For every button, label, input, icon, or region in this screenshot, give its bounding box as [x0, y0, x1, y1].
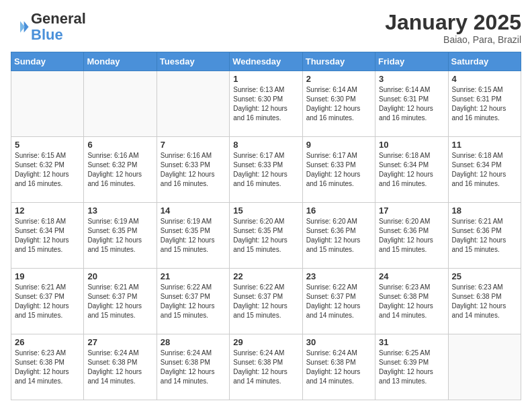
calendar-cell: 2Sunrise: 6:14 AM Sunset: 6:30 PM Daylig… — [302, 71, 375, 137]
day-number: 31 — [379, 337, 444, 347]
day-number: 2 — [306, 74, 371, 84]
calendar-cell: 31Sunrise: 6:25 AM Sunset: 6:39 PM Dayli… — [375, 334, 448, 400]
calendar-cell — [448, 334, 521, 400]
calendar-week-3: 12Sunrise: 6:18 AM Sunset: 6:34 PM Dayli… — [11, 203, 521, 269]
logo: General Blue — [11, 11, 86, 43]
day-info: Sunrise: 6:21 AM Sunset: 6:37 PM Dayligh… — [15, 283, 80, 320]
day-info: Sunrise: 6:20 AM Sunset: 6:36 PM Dayligh… — [379, 217, 444, 255]
day-number: 13 — [87, 205, 152, 216]
calendar-cell: 21Sunrise: 6:22 AM Sunset: 6:37 PM Dayli… — [157, 269, 229, 334]
day-info: Sunrise: 6:15 AM Sunset: 6:32 PM Dayligh… — [15, 151, 80, 189]
day-info: Sunrise: 6:24 AM Sunset: 6:38 PM Dayligh… — [87, 349, 152, 386]
day-info: Sunrise: 6:18 AM Sunset: 6:34 PM Dayligh… — [15, 217, 80, 255]
calendar-cell: 16Sunrise: 6:20 AM Sunset: 6:36 PM Dayli… — [302, 203, 375, 269]
day-info: Sunrise: 6:21 AM Sunset: 6:37 PM Dayligh… — [87, 283, 152, 320]
weekday-header-thursday: Thursday — [302, 52, 375, 71]
day-info: Sunrise: 6:24 AM Sunset: 6:38 PM Dayligh… — [161, 349, 226, 386]
day-number: 11 — [452, 140, 517, 150]
day-number: 30 — [306, 337, 371, 347]
day-number: 26 — [15, 337, 80, 347]
day-info: Sunrise: 6:20 AM Sunset: 6:35 PM Dayligh… — [233, 217, 298, 255]
calendar-cell — [157, 71, 229, 137]
weekday-header-saturday: Saturday — [448, 52, 521, 71]
location: Baiao, Para, Brazil — [385, 34, 521, 45]
day-info: Sunrise: 6:13 AM Sunset: 6:30 PM Dayligh… — [233, 85, 298, 123]
calendar-table: SundayMondayTuesdayWednesdayThursdayFrid… — [11, 52, 521, 400]
day-number: 10 — [379, 140, 444, 150]
calendar-cell: 19Sunrise: 6:21 AM Sunset: 6:37 PM Dayli… — [11, 269, 84, 334]
day-info: Sunrise: 6:19 AM Sunset: 6:35 PM Dayligh… — [161, 217, 226, 255]
day-number: 27 — [87, 337, 152, 347]
calendar-cell: 23Sunrise: 6:22 AM Sunset: 6:37 PM Dayli… — [302, 269, 375, 334]
day-info: Sunrise: 6:23 AM Sunset: 6:38 PM Dayligh… — [452, 283, 517, 320]
calendar-cell: 4Sunrise: 6:15 AM Sunset: 6:31 PM Daylig… — [448, 71, 521, 137]
header: General Blue January 2025 Baiao, Para, B… — [11, 11, 521, 45]
day-info: Sunrise: 6:15 AM Sunset: 6:31 PM Dayligh… — [452, 85, 517, 123]
calendar-week-5: 26Sunrise: 6:23 AM Sunset: 6:38 PM Dayli… — [11, 334, 521, 400]
logo-icon — [11, 17, 30, 36]
day-number: 29 — [233, 337, 298, 347]
calendar-cell: 17Sunrise: 6:20 AM Sunset: 6:36 PM Dayli… — [375, 203, 448, 269]
calendar-cell: 8Sunrise: 6:17 AM Sunset: 6:33 PM Daylig… — [230, 137, 302, 203]
day-number: 4 — [452, 74, 517, 84]
calendar-cell: 9Sunrise: 6:17 AM Sunset: 6:33 PM Daylig… — [302, 137, 375, 203]
day-number: 25 — [452, 271, 517, 281]
weekday-header-sunday: Sunday — [11, 52, 84, 71]
calendar-cell: 13Sunrise: 6:19 AM Sunset: 6:35 PM Dayli… — [84, 203, 157, 269]
weekday-header-monday: Monday — [84, 52, 157, 71]
calendar-cell: 3Sunrise: 6:14 AM Sunset: 6:31 PM Daylig… — [375, 71, 448, 137]
day-info: Sunrise: 6:17 AM Sunset: 6:33 PM Dayligh… — [306, 151, 371, 189]
day-info: Sunrise: 6:21 AM Sunset: 6:36 PM Dayligh… — [452, 217, 517, 255]
calendar-cell: 15Sunrise: 6:20 AM Sunset: 6:35 PM Dayli… — [230, 203, 302, 269]
page: General Blue January 2025 Baiao, Para, B… — [0, 0, 532, 411]
calendar-cell: 22Sunrise: 6:22 AM Sunset: 6:37 PM Dayli… — [230, 269, 302, 334]
day-info: Sunrise: 6:16 AM Sunset: 6:33 PM Dayligh… — [161, 151, 226, 189]
day-number: 15 — [233, 205, 298, 216]
day-info: Sunrise: 6:23 AM Sunset: 6:38 PM Dayligh… — [15, 349, 80, 386]
calendar-cell: 29Sunrise: 6:24 AM Sunset: 6:38 PM Dayli… — [230, 334, 302, 400]
day-number: 21 — [161, 271, 226, 281]
day-number: 17 — [379, 205, 444, 216]
day-number: 1 — [233, 74, 298, 84]
calendar-cell: 11Sunrise: 6:18 AM Sunset: 6:34 PM Dayli… — [448, 137, 521, 203]
calendar-cell: 28Sunrise: 6:24 AM Sunset: 6:38 PM Dayli… — [157, 334, 229, 400]
day-info: Sunrise: 6:22 AM Sunset: 6:37 PM Dayligh… — [161, 283, 226, 320]
day-info: Sunrise: 6:24 AM Sunset: 6:38 PM Dayligh… — [306, 349, 371, 386]
month-title: January 2025 — [385, 11, 521, 34]
day-number: 20 — [87, 271, 152, 281]
day-info: Sunrise: 6:16 AM Sunset: 6:32 PM Dayligh… — [87, 151, 152, 189]
day-number: 14 — [161, 205, 226, 216]
day-number: 12 — [15, 205, 80, 216]
day-number: 18 — [452, 205, 517, 216]
calendar-cell: 10Sunrise: 6:18 AM Sunset: 6:34 PM Dayli… — [375, 137, 448, 203]
calendar-week-2: 5Sunrise: 6:15 AM Sunset: 6:32 PM Daylig… — [11, 137, 521, 203]
day-info: Sunrise: 6:22 AM Sunset: 6:37 PM Dayligh… — [233, 283, 298, 320]
day-number: 22 — [233, 271, 298, 281]
calendar-cell: 5Sunrise: 6:15 AM Sunset: 6:32 PM Daylig… — [11, 137, 84, 203]
weekday-header-tuesday: Tuesday — [157, 52, 229, 71]
calendar-cell: 20Sunrise: 6:21 AM Sunset: 6:37 PM Dayli… — [84, 269, 157, 334]
calendar-cell: 24Sunrise: 6:23 AM Sunset: 6:38 PM Dayli… — [375, 269, 448, 334]
calendar-cell — [84, 71, 157, 137]
day-number: 19 — [15, 271, 80, 281]
day-info: Sunrise: 6:18 AM Sunset: 6:34 PM Dayligh… — [379, 151, 444, 189]
day-number: 5 — [15, 140, 80, 150]
calendar-week-1: 1Sunrise: 6:13 AM Sunset: 6:30 PM Daylig… — [11, 71, 521, 137]
day-number: 23 — [306, 271, 371, 281]
calendar-cell: 30Sunrise: 6:24 AM Sunset: 6:38 PM Dayli… — [302, 334, 375, 400]
calendar-cell: 18Sunrise: 6:21 AM Sunset: 6:36 PM Dayli… — [448, 203, 521, 269]
calendar-cell: 26Sunrise: 6:23 AM Sunset: 6:38 PM Dayli… — [11, 334, 84, 400]
day-info: Sunrise: 6:18 AM Sunset: 6:34 PM Dayligh… — [452, 151, 517, 189]
day-number: 16 — [306, 205, 371, 216]
day-info: Sunrise: 6:17 AM Sunset: 6:33 PM Dayligh… — [233, 151, 298, 189]
calendar-week-4: 19Sunrise: 6:21 AM Sunset: 6:37 PM Dayli… — [11, 269, 521, 334]
day-number: 6 — [87, 140, 152, 150]
day-info: Sunrise: 6:14 AM Sunset: 6:31 PM Dayligh… — [379, 85, 444, 123]
day-info: Sunrise: 6:25 AM Sunset: 6:39 PM Dayligh… — [379, 349, 444, 386]
day-number: 3 — [379, 74, 444, 84]
day-info: Sunrise: 6:23 AM Sunset: 6:38 PM Dayligh… — [379, 283, 444, 320]
day-info: Sunrise: 6:14 AM Sunset: 6:30 PM Dayligh… — [306, 85, 371, 123]
day-info: Sunrise: 6:20 AM Sunset: 6:36 PM Dayligh… — [306, 217, 371, 255]
day-number: 8 — [233, 140, 298, 150]
day-number: 7 — [161, 140, 226, 150]
